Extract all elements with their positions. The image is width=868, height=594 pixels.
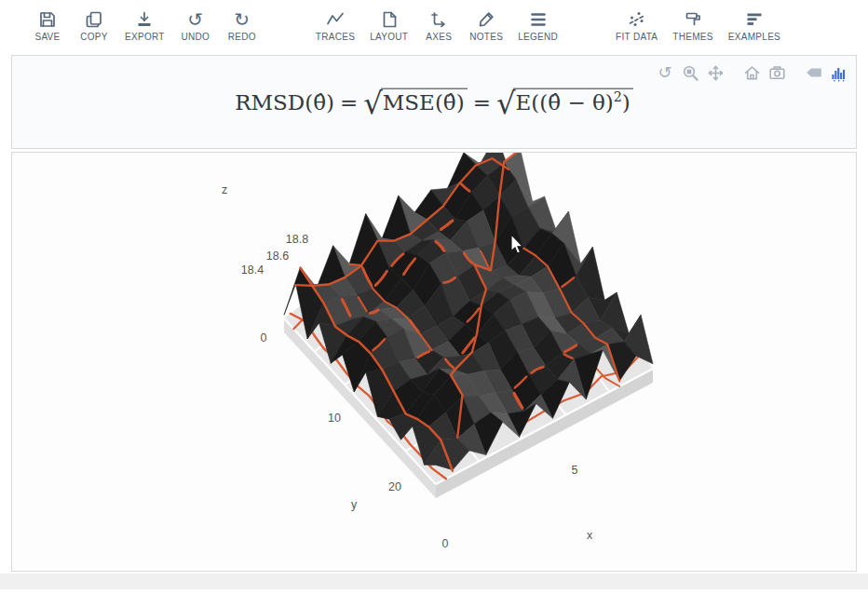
- edit-tag-icon[interactable]: [804, 63, 822, 82]
- legend-lines-icon: [528, 8, 549, 30]
- export-download-icon: [134, 8, 155, 30]
- notes-button[interactable]: NOTES: [469, 8, 503, 42]
- reset-camera-icon[interactable]: ↺: [656, 63, 674, 82]
- themes-paint-roller-icon: [683, 8, 703, 30]
- surface-3d-scene: [284, 153, 653, 498]
- notes-pencil-icon: [476, 8, 496, 30]
- traces-zigzag-icon: [325, 8, 346, 30]
- pan-3d-icon[interactable]: [706, 63, 725, 82]
- radical-sign: √: [496, 86, 516, 121]
- chart-title-annotation[interactable]: RMSD(θ̂)=√MSE(θ̂)=√E((θ̂ − θ)2): [12, 89, 856, 115]
- axes-button[interactable]: AXES: [423, 8, 454, 42]
- camera-snapshot-icon[interactable]: [767, 63, 786, 82]
- traces-button[interactable]: TRACES: [316, 8, 355, 42]
- plot-panel: z 18.8 18.6 18.4 0 10 20 y 5 0 x: [11, 152, 857, 572]
- fit-data-icon: [627, 8, 647, 30]
- legend-button[interactable]: LEGEND: [518, 8, 558, 42]
- z-tick-18-4: 18.4: [241, 263, 264, 277]
- plotly-logo-icon[interactable]: [829, 63, 848, 82]
- x-tick-5: 5: [572, 464, 578, 477]
- toolbar-group-tools: FIT DATA THEMES EXAMPLES: [616, 8, 795, 42]
- radicand-expectation: E((θ̂ − θ)2): [513, 88, 632, 115]
- radical-sign: √: [363, 86, 383, 121]
- axes-icon: [428, 8, 449, 30]
- formula-sqrt-2: √E((θ̂ − θ)2): [496, 89, 633, 115]
- formula-equals-2: =: [468, 90, 496, 115]
- z-tick-18-6: 18.6: [266, 250, 289, 263]
- z-tick-18-8: 18.8: [286, 233, 308, 246]
- z-axis-title: z: [222, 183, 227, 196]
- x-tick-0: 0: [442, 537, 449, 550]
- save-icon: [37, 8, 58, 30]
- examples-button[interactable]: EXAMPLES: [728, 8, 780, 42]
- radicand-mse: MSE(θ̂): [381, 88, 468, 115]
- home-view-icon[interactable]: [742, 63, 761, 82]
- y-tick-0: 0: [261, 331, 267, 344]
- redo-button[interactable]: ↻ REDO: [226, 8, 258, 42]
- main-toolbar: SAVE COPY EXPORT ↺ UNDO ↻ REDO T: [0, 0, 868, 55]
- layout-button[interactable]: LAYOUT: [370, 8, 408, 42]
- plot-modebar: ↺: [656, 63, 848, 82]
- undo-button[interactable]: ↺ UNDO: [180, 8, 211, 42]
- redo-icon: ↻: [234, 8, 250, 30]
- toolbar-group-file: SAVE COPY EXPORT ↺ UNDO ↻ REDO: [32, 8, 273, 42]
- layout-page-icon: [379, 8, 400, 30]
- toolbar-group-edit: TRACES LAYOUT AXES NOTES LEGEND: [316, 8, 573, 42]
- copy-button[interactable]: COPY: [78, 8, 110, 42]
- y-tick-20: 20: [388, 480, 401, 493]
- page-background-strip: [0, 574, 868, 589]
- x-axis-title: x: [587, 529, 593, 542]
- themes-button[interactable]: THEMES: [672, 8, 712, 42]
- formula-equals: =: [334, 90, 363, 115]
- save-button[interactable]: SAVE: [32, 8, 63, 42]
- fit-data-button[interactable]: FIT DATA: [616, 8, 658, 42]
- examples-bars-icon: [744, 8, 765, 30]
- formula-sqrt-1: √MSE(θ̂): [363, 90, 467, 115]
- export-button[interactable]: EXPORT: [125, 8, 165, 42]
- copy-icon: [84, 8, 104, 30]
- y-axis-title: y: [351, 498, 358, 511]
- y-tick-10: 10: [328, 412, 341, 425]
- surface-plot-canvas[interactable]: z 18.8 18.6 18.4 0 10 20 y 5 0 x: [12, 153, 856, 571]
- undo-icon: ↺: [187, 8, 203, 30]
- annotation-panel: RMSD(θ̂)=√MSE(θ̂)=√E((θ̂ − θ)2) ↺: [11, 55, 857, 149]
- formula-lhs: RMSD(θ̂): [235, 90, 334, 115]
- zoom-3d-icon[interactable]: [681, 63, 699, 82]
